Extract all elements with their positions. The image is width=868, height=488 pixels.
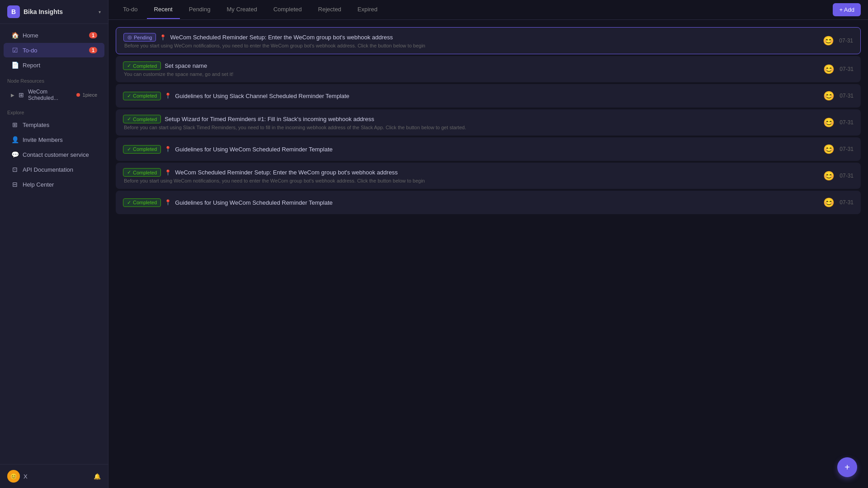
tabs-bar: To-doRecentPendingMy CreatedCompletedRej… xyxy=(108,0,868,20)
task-subtitle: Before you start using WeCom notificatio… xyxy=(123,43,425,48)
status-label: Completed xyxy=(133,170,157,175)
sidebar-label-help: Help Center xyxy=(23,181,97,188)
task-item-task1[interactable]: ◎ Pending 📍 WeCom Scheduled Reminder Set… xyxy=(116,27,861,54)
status-label: Completed xyxy=(133,117,157,122)
bell-icon[interactable]: 🔔 xyxy=(94,473,101,480)
sidebar-header[interactable]: B Bika Insights ▾ xyxy=(0,0,108,24)
task-date: 07-31 xyxy=(840,66,854,72)
node-count: 1piece xyxy=(83,92,97,98)
explore-label: Explore xyxy=(0,104,108,117)
task-item-task2[interactable]: ✓ Completed Set space name You can custo… xyxy=(116,56,861,82)
task-left-task1: ◎ Pending 📍 WeCom Scheduled Reminder Set… xyxy=(123,33,817,48)
task-date: 07-31 xyxy=(840,173,854,179)
task-subtitle: You can customize the space name, go and… xyxy=(123,71,233,77)
todo-badge: 1 xyxy=(89,47,97,53)
pin-icon: 📍 xyxy=(165,199,171,206)
task-title: Guidelines for Using Slack Channel Sched… xyxy=(175,93,349,99)
sidebar-label-report: Report xyxy=(23,62,97,69)
task-title-row: ✓ Completed Set space name xyxy=(123,61,207,70)
sidebar-item-help[interactable]: ⊟ Help Center xyxy=(4,177,104,192)
node-resource-item[interactable]: ▶ ⊞ WeCom Scheduled... 1piece xyxy=(4,86,104,104)
tab-expired[interactable]: Expired xyxy=(350,0,385,19)
task-emoji: 😊 xyxy=(822,64,835,75)
task-title: WeCom Scheduled Reminder Setup: Enter th… xyxy=(170,34,393,41)
tab-rejected[interactable]: Rejected xyxy=(311,0,349,19)
status-badge-task4: ✓ Completed xyxy=(123,115,161,123)
task-left-task4: ✓ Completed Setup Wizard for Timed Remin… xyxy=(123,115,818,130)
task-emoji: 😊 xyxy=(822,117,835,128)
node-label: WeCom Scheduled... xyxy=(28,89,74,101)
task-title-row: ◎ Pending 📍 WeCom Scheduled Reminder Set… xyxy=(123,33,393,42)
pin-icon: 📍 xyxy=(160,34,166,41)
status-icon: ✓ xyxy=(127,93,131,99)
status-badge-task6: ✓ Completed xyxy=(123,168,161,177)
status-badge-task3: ✓ Completed xyxy=(123,92,161,100)
task-item-task3[interactable]: ✓ Completed 📍 Guidelines for Using Slack… xyxy=(116,84,861,108)
task-title-row: ✓ Completed Setup Wizard for Timed Remin… xyxy=(123,115,374,123)
task-title-row: ✓ Completed 📍 Guidelines for Using Slack… xyxy=(123,92,349,100)
task-left-task3: ✓ Completed 📍 Guidelines for Using Slack… xyxy=(123,92,818,100)
task-title: WeCom Scheduled Reminder Setup: Enter th… xyxy=(175,169,398,176)
app-name: Bika Insights xyxy=(24,8,95,15)
task-date: 07-31 xyxy=(840,146,854,152)
user-name: X xyxy=(24,473,90,480)
task-item-task6[interactable]: ✓ Completed 📍 WeCom Scheduled Reminder S… xyxy=(116,163,861,189)
pin-icon: 📍 xyxy=(165,169,171,176)
sidebar-label-api: API Documentation xyxy=(23,166,97,173)
task-emoji: 😊 xyxy=(822,170,835,181)
sidebar-item-templates[interactable]: ⊞ Templates xyxy=(4,117,104,132)
add-button[interactable]: + Add xyxy=(833,3,861,16)
report-icon: 📄 xyxy=(11,61,19,69)
tab-completed[interactable]: Completed xyxy=(266,0,309,19)
tab-recent[interactable]: Recent xyxy=(147,0,180,19)
tab-pending[interactable]: Pending xyxy=(182,0,218,19)
sidebar-item-contact[interactable]: 💬 Contact customer service xyxy=(4,147,104,162)
task-emoji: 😊 xyxy=(822,144,835,155)
task-item-task4[interactable]: ✓ Completed Setup Wizard for Timed Remin… xyxy=(116,109,861,136)
invite-icon: 👤 xyxy=(11,136,19,143)
sidebar-bottom: 😊 X 🔔 xyxy=(0,464,108,488)
templates-icon: ⊞ xyxy=(11,121,19,128)
status-icon: ✓ xyxy=(127,169,131,175)
tab-my-created[interactable]: My Created xyxy=(219,0,264,19)
sidebar-item-invite[interactable]: 👤 Invite Members xyxy=(4,132,104,147)
status-icon: ✓ xyxy=(127,146,131,152)
status-label: Completed xyxy=(133,93,157,99)
sidebar-item-report[interactable]: 📄 Report xyxy=(4,58,104,72)
task-emoji: 😊 xyxy=(822,90,835,101)
api-icon: ⊡ xyxy=(11,166,19,173)
sidebar-item-todo[interactable]: ☑ To-do 1 xyxy=(4,43,104,57)
status-badge-task7: ✓ Completed xyxy=(123,198,161,207)
sidebar-item-api[interactable]: ⊡ API Documentation xyxy=(4,162,104,177)
pin-icon: 📍 xyxy=(165,93,171,99)
tab-todo[interactable]: To-do xyxy=(116,0,145,19)
contact-icon: 💬 xyxy=(11,151,19,158)
task-date: 07-31 xyxy=(840,93,854,99)
status-icon: ✓ xyxy=(127,63,131,69)
chevron-down-icon: ▾ xyxy=(99,9,101,14)
status-label: Completed xyxy=(133,200,157,205)
status-icon: ✓ xyxy=(127,200,131,206)
task-title-row: ✓ Completed 📍 WeCom Scheduled Reminder S… xyxy=(123,168,398,177)
main-content: To-doRecentPendingMy CreatedCompletedRej… xyxy=(108,0,868,488)
task-title: Set space name xyxy=(165,62,207,69)
task-left-task6: ✓ Completed 📍 WeCom Scheduled Reminder S… xyxy=(123,168,818,183)
task-emoji: 😊 xyxy=(822,35,835,46)
task-list: ◎ Pending 📍 WeCom Scheduled Reminder Set… xyxy=(108,20,868,488)
app-logo: B xyxy=(7,5,20,18)
status-label: Pending xyxy=(134,35,152,40)
home-badge: 1 xyxy=(89,32,97,38)
status-icon: ◎ xyxy=(127,34,132,40)
pin-icon: 📍 xyxy=(165,146,171,152)
node-icon: ⊞ xyxy=(17,91,25,99)
status-label: Completed xyxy=(133,63,157,69)
fab-button[interactable]: + xyxy=(837,457,857,477)
task-item-task5[interactable]: ✓ Completed 📍 Guidelines for Using WeCom… xyxy=(116,137,861,161)
sidebar-item-home[interactable]: 🏠 Home 1 xyxy=(4,28,104,42)
task-title-row: ✓ Completed 📍 Guidelines for Using WeCom… xyxy=(123,198,333,207)
sidebar-label-home: Home xyxy=(23,32,85,39)
task-left-task7: ✓ Completed 📍 Guidelines for Using WeCom… xyxy=(123,198,818,207)
task-date: 07-31 xyxy=(840,119,854,126)
task-item-task7[interactable]: ✓ Completed 📍 Guidelines for Using WeCom… xyxy=(116,191,861,214)
user-avatar: 😊 xyxy=(7,470,20,483)
